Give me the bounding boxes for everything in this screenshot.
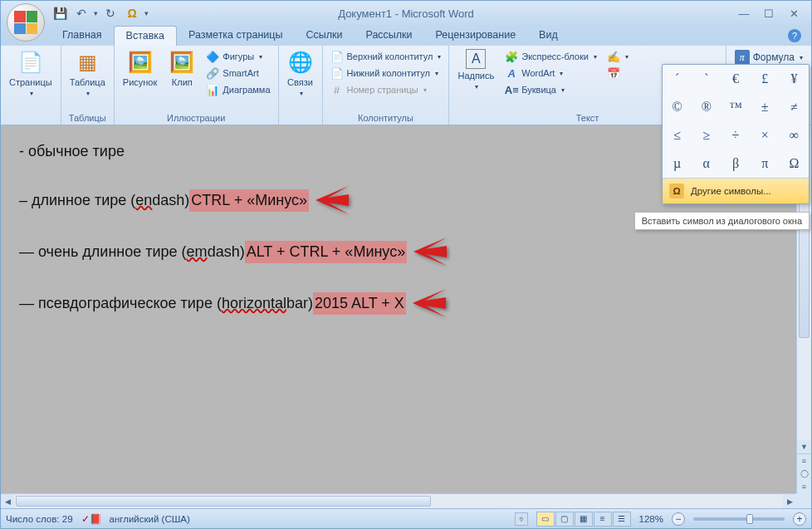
textbox-button[interactable]: A Надпись▾ (452, 47, 499, 93)
language-status[interactable]: английский (США) (110, 514, 190, 524)
horizontal-scrollbar[interactable]: ◀ ▶ (1, 493, 796, 508)
symbol-cell[interactable]: π (751, 149, 780, 178)
table-button[interactable]: ▦ Таблица▾ (65, 47, 110, 100)
qat-customize-icon[interactable]: ▾ (144, 9, 149, 17)
symbol-cell[interactable]: © (663, 93, 692, 121)
symbol-cell[interactable]: ∞ (780, 121, 809, 149)
full-screen-view[interactable]: ▢ (555, 512, 574, 527)
smartart-button[interactable]: 🔗SmartArt (203, 66, 272, 81)
symbol-cell[interactable]: ` (692, 65, 721, 93)
undo-dropdown-icon[interactable]: ▾ (94, 9, 98, 17)
symbol-cell[interactable]: ≤ (663, 121, 692, 149)
insert-mode-icon[interactable]: ⎀ (515, 512, 528, 526)
symbol-cell[interactable]: ≠ (780, 93, 809, 121)
tab-mailings[interactable]: Рассылки (354, 26, 423, 46)
symbol-cell[interactable]: ¥ (780, 65, 809, 93)
symbol-cell[interactable]: α (692, 149, 721, 178)
symbol-cell[interactable]: ÷ (721, 121, 750, 149)
scroll-thumb[interactable] (16, 496, 431, 507)
arrow-icon (413, 289, 446, 317)
symbol-cell[interactable]: ™ (721, 93, 750, 121)
print-layout-view[interactable]: ▭ (536, 512, 555, 527)
chart-icon: 📊 (206, 83, 219, 96)
save-icon[interactable]: 💾 (51, 4, 69, 22)
scroll-down-icon[interactable]: ▼ (797, 440, 811, 453)
undo-icon[interactable]: ↶ (72, 4, 90, 22)
outline-view[interactable]: ≡ (594, 512, 612, 527)
help-icon[interactable]: ? (788, 29, 801, 42)
scroll-left-icon[interactable]: ◀ (1, 494, 14, 508)
browse-object-icon[interactable]: ◯ (797, 467, 811, 480)
page-number-button[interactable]: #Номер страницы ▾ (328, 82, 444, 97)
tab-home[interactable]: Главная (51, 26, 114, 46)
zoom-thumb[interactable] (746, 514, 753, 524)
symbol-cell[interactable]: × (751, 121, 780, 149)
chart-button[interactable]: 📊Диаграмма (203, 82, 272, 97)
symbol-cell[interactable]: € (721, 65, 750, 93)
symbol-cell[interactable]: ´ (663, 65, 692, 93)
zoom-level[interactable]: 128% (639, 514, 663, 524)
shapes-icon: 🔷 (206, 50, 219, 63)
close-button[interactable]: ✕ (785, 6, 803, 21)
tab-references[interactable]: Ссылки (294, 26, 354, 46)
scroll-right-icon[interactable]: ▶ (783, 494, 796, 508)
maximize-button[interactable]: ☐ (760, 6, 778, 21)
text-line: — псевдографическое тире (horizontal bar… (19, 289, 793, 317)
group-label (4, 111, 57, 125)
symbol-qat-icon[interactable]: Ω (123, 4, 141, 22)
symbol-cell[interactable]: µ (663, 149, 692, 178)
more-symbols-label: Другие символы... (691, 186, 771, 196)
tab-insert[interactable]: Вставка (114, 26, 177, 46)
pages-button[interactable]: 📄 Страницы▾ (4, 47, 57, 100)
symbol-cell[interactable]: £ (751, 65, 780, 93)
next-page-icon[interactable]: ≡ (797, 480, 811, 493)
signature-icon: ✍️ (607, 50, 620, 63)
links-button[interactable]: 🌐 Связи▾ (282, 47, 319, 100)
wordart-button[interactable]: AWordArt ▾ (502, 66, 599, 81)
redo-icon[interactable]: ↻ (101, 4, 120, 22)
minimize-button[interactable]: — (735, 6, 753, 21)
symbol-cell[interactable]: Ω (780, 149, 809, 178)
group-illustrations: 🖼️ Рисунок 🖼️ Клип 🔷Фигуры ▾ 🔗SmartArt 📊… (115, 46, 279, 125)
smartart-icon: 🔗 (206, 66, 219, 80)
header-icon: 📄 (330, 50, 344, 63)
header-button[interactable]: 📄Верхний колонтитул ▾ (328, 49, 444, 64)
group-links: 🌐 Связи▾ (279, 46, 323, 125)
prev-page-icon[interactable]: ≡ (797, 453, 811, 467)
footer-button[interactable]: 📄Нижний колонтитул ▾ (328, 66, 444, 81)
view-buttons: ▭ ▢ ▦ ≡ ☰ (536, 512, 631, 527)
quick-access-toolbar: 💾 ↶ ▾ ↻ Ω ▾ (51, 4, 149, 22)
tooltip: Вставить символ из диалогового окна (634, 212, 810, 230)
zoom-slider[interactable] (693, 517, 785, 521)
group-header-footer: 📄Верхний колонтитул ▾ 📄Нижний колонтитул… (323, 46, 450, 125)
web-layout-view[interactable]: ▦ (575, 512, 593, 527)
dropcap-button[interactable]: A≡Буквица ▾ (502, 82, 599, 97)
wordart-icon: A (505, 66, 518, 80)
picture-button[interactable]: 🖼️ Рисунок (118, 47, 163, 89)
group-tables: ▦ Таблица▾ Таблицы (61, 46, 115, 125)
date-icon: 📅 (607, 66, 620, 80)
word-count[interactable]: Число слов: 29 (6, 514, 73, 524)
signature-button[interactable]: ✍️▾ (604, 49, 631, 64)
clip-button[interactable]: 🖼️ Клип (164, 47, 200, 89)
office-button[interactable] (7, 3, 45, 42)
symbol-cell[interactable]: ® (692, 93, 721, 121)
quick-parts-button[interactable]: 🧩Экспресс-блоки ▾ (502, 49, 599, 64)
tab-review[interactable]: Рецензирование (424, 26, 528, 46)
tab-view[interactable]: Вид (527, 26, 570, 46)
more-symbols-button[interactable]: Ω Другие символы... (663, 178, 809, 203)
scroll-corner (796, 493, 811, 508)
dropcap-icon: A≡ (505, 83, 518, 96)
symbol-cell[interactable]: ≥ (692, 121, 721, 149)
shapes-button[interactable]: 🔷Фигуры ▾ (203, 49, 272, 64)
ribbon: 📄 Страницы▾ ▦ Таблица▾ Таблицы 🖼️ Рисуно… (1, 46, 811, 125)
proofing-icon[interactable]: ✓📕 (81, 513, 101, 525)
zoom-out-button[interactable]: − (672, 512, 685, 526)
page-icon: 📄 (17, 49, 44, 76)
symbol-cell[interactable]: ± (751, 93, 780, 121)
symbol-cell[interactable]: β (721, 149, 750, 178)
draft-view[interactable]: ☰ (613, 512, 631, 527)
tab-page-layout[interactable]: Разметка страницы (177, 26, 294, 46)
zoom-in-button[interactable]: + (793, 512, 806, 526)
datetime-button[interactable]: 📅 (604, 66, 631, 81)
